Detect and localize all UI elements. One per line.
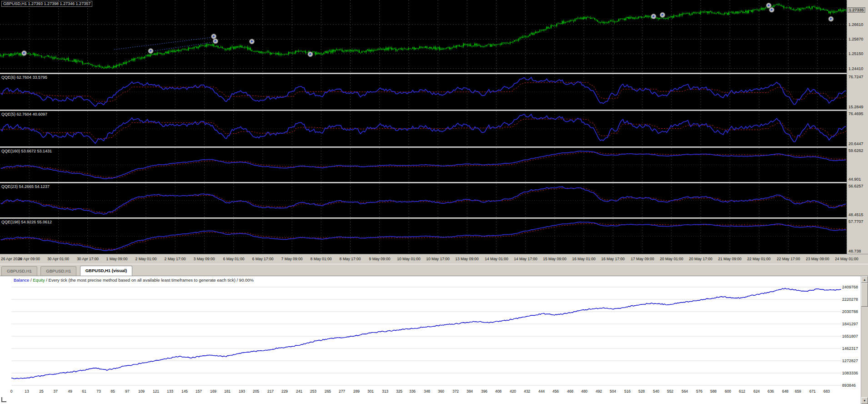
indicator-axis-top-label: 76.7247 xyxy=(848,75,863,79)
time-axis-label: 20 May 01:00 xyxy=(660,257,683,261)
trade-axis-label: 37 xyxy=(53,389,57,394)
indicator-label: QQE(6) 62.7604 33.5795 xyxy=(1,75,47,80)
indicator-pane-qqe198[interactable]: QQE(198) 54.9226 55.0612 xyxy=(0,219,847,254)
trade-axis-label: 360 xyxy=(438,389,444,394)
time-axis-label: 24 May 01:00 xyxy=(835,257,858,261)
scroll-up-icon[interactable]: ▲ xyxy=(861,276,868,283)
time-axis-label: 29 Apr 09:00 xyxy=(18,257,40,261)
indicator-label: QQE(198) 54.9226 55.0612 xyxy=(1,220,52,224)
trade-axis-label: 372 xyxy=(452,389,459,394)
qqe198-chart[interactable] xyxy=(0,219,847,254)
qqe6-chart[interactable] xyxy=(0,74,847,110)
time-axis-label: 14 May 17:00 xyxy=(514,257,537,261)
equity-axis-label: 2030788 xyxy=(842,309,860,314)
qqe23-chart[interactable] xyxy=(0,183,847,217)
time-axis-label: 9 May 09:00 xyxy=(369,257,391,261)
time-axis-label: 6 May 01:00 xyxy=(223,257,245,261)
equity-grid xyxy=(11,287,841,385)
trade-axis-label: 336 xyxy=(409,389,416,394)
qqe160-chart[interactable] xyxy=(0,148,847,182)
trade-axis-label: 13 xyxy=(25,389,29,394)
tab-gbpusd-h1-2[interactable]: GBPUSD,H1 xyxy=(40,266,76,276)
trade-axis-label: 313 xyxy=(382,389,388,394)
candlestick-chart[interactable] xyxy=(0,0,847,73)
time-axis-label: 10 May 01:00 xyxy=(397,257,421,261)
trade-axis-label: 504 xyxy=(610,389,616,394)
equity-axis-label: 1083336 xyxy=(842,371,860,375)
trade-axis-label: 576 xyxy=(696,389,702,394)
time-axis-label: 21 May 09:00 xyxy=(718,257,742,261)
trade-axis-label: 396 xyxy=(481,389,487,394)
graph-corner-icon xyxy=(1,397,6,402)
indicator-axis-top-label: 56.6257 xyxy=(848,184,863,188)
indicator-axis-bottom-label: 15.2849 xyxy=(848,105,863,109)
scroll-down-icon[interactable]: ▼ xyxy=(861,397,868,404)
trade-axis-label: 636 xyxy=(768,389,774,394)
main-grid xyxy=(0,0,847,73)
tester-scrollbar[interactable]: ▲ ▼ xyxy=(861,276,868,404)
trade-axis-label: 97 xyxy=(125,389,129,394)
trade-axis-label: 683 xyxy=(823,389,830,394)
time-axis[interactable]: 26 Apr 202429 Apr 09:0030 Apr 01:0030 Ap… xyxy=(0,254,868,264)
price-chart-pane[interactable]: GBPUSD,H1 1.27393 1.27398 1.27346 1.2735… xyxy=(0,0,847,73)
indicator-axis-bottom-label: 44.901 xyxy=(848,177,861,182)
trade-axis-label: 241 xyxy=(296,389,302,394)
trade-axis-label: 564 xyxy=(682,389,688,394)
time-axis-label: 6 May 17:00 xyxy=(252,257,274,261)
time-axis-label: 30 Apr 01:00 xyxy=(47,257,69,261)
legend-equity-label: Equity xyxy=(33,278,45,283)
trade-axis-label: 528 xyxy=(638,389,645,394)
equity-curve-chart[interactable] xyxy=(0,276,852,395)
chart-tab-bar: GBPUSD,H1 GBPUSD,H1 GBPUSD,H1 (visual) xyxy=(0,264,868,276)
price-axis[interactable]: 1.27335 1.266101.258701.251501.2441076.7… xyxy=(847,0,868,254)
trade-axis-label: 516 xyxy=(624,389,631,394)
trade-axis-label: 612 xyxy=(739,389,745,394)
time-axis-label: 13 May 09:00 xyxy=(455,257,479,261)
indicator-pane-qqe23[interactable]: QQE(23) 54.2665 54.1237 xyxy=(0,183,847,217)
trade-axis-label: 432 xyxy=(524,389,530,394)
qqe5-chart[interactable] xyxy=(0,111,847,146)
balance-curve xyxy=(11,288,841,379)
equity-axis-label: 2409768 xyxy=(842,285,860,289)
indicator-axis-bottom-label: 48.4515 xyxy=(848,212,863,217)
trade-axis-label: 61 xyxy=(82,389,86,394)
trade-axis-label: 109 xyxy=(138,389,145,394)
time-axis-label: 17 May 09:00 xyxy=(631,257,654,261)
scrollbar-thumb[interactable] xyxy=(861,283,868,307)
trade-axis-label: 600 xyxy=(725,389,731,394)
trade-axis-label: 133 xyxy=(167,389,173,394)
trade-axis-label: 648 xyxy=(782,389,788,394)
trade-connector-lines xyxy=(114,37,216,51)
equity-axis-label: 2220278 xyxy=(842,297,860,302)
indicator-label: QQE(160) 53.6672 53.1431 xyxy=(1,149,52,153)
indicator-axis-bottom-label: 20.6447 xyxy=(848,141,863,146)
trade-axis-label: 492 xyxy=(596,389,602,394)
indicator-pane-qqe160[interactable]: QQE(160) 53.6672 53.1431 xyxy=(0,148,847,182)
time-axis-label: 30 Apr 17:00 xyxy=(77,257,99,261)
trade-axis-label: 0 xyxy=(10,389,13,394)
time-axis-label: 22 May 17:00 xyxy=(777,257,800,261)
equity-axis-label: 1651807 xyxy=(842,334,860,338)
trade-axis-label: 49 xyxy=(68,389,72,394)
trade-axis-label: 384 xyxy=(467,389,473,394)
trade-axis-label: 480 xyxy=(581,389,587,394)
trade-axis-label: 325 xyxy=(396,389,402,394)
trade-axis-label: 301 xyxy=(367,389,374,394)
tab-gbpusd-h1-visual[interactable]: GBPUSD,H1 (visual) xyxy=(80,266,132,276)
tester-graph-panel[interactable]: Balance / Equity / Every tick (the most … xyxy=(0,276,868,404)
time-axis-label: 22 May 01:00 xyxy=(747,257,771,261)
price-axis-label: 1.25870 xyxy=(848,37,863,41)
time-axis-label: 8 May 17:00 xyxy=(340,257,361,261)
current-price-tag: 1.27335 xyxy=(848,7,865,13)
equity-axis-label: 1841297 xyxy=(842,322,860,326)
time-axis-label: 7 May 09:00 xyxy=(281,257,303,261)
indicator-pane-qqe5[interactable]: QQE(5) 62.7604 40.6097 xyxy=(0,111,847,146)
candlestick-series xyxy=(0,3,847,70)
trade-axis-label: 408 xyxy=(495,389,502,394)
indicator-label: QQE(23) 54.2665 54.1237 xyxy=(1,184,50,189)
trade-axis-label: 205 xyxy=(253,389,259,394)
indicator-pane-qqe6[interactable]: QQE(6) 62.7604 33.5795 xyxy=(0,74,847,110)
time-axis-label: 8 May 01:00 xyxy=(311,257,332,261)
trade-axis-label: 229 xyxy=(281,389,288,394)
tab-gbpusd-h1-1[interactable]: GBPUSD,H1 xyxy=(1,266,37,276)
